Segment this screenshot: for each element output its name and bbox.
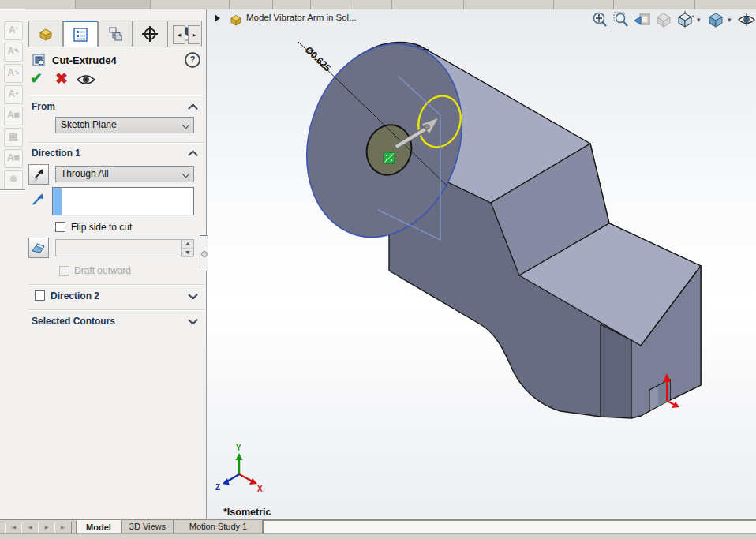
spin-down-icon[interactable] <box>182 249 193 257</box>
tab-bar-filler <box>263 520 756 534</box>
tab-scroll-left-icon[interactable]: ◂ <box>173 25 185 44</box>
view-orientation-label: *Isometric <box>223 507 271 518</box>
status-bar <box>0 533 756 539</box>
spin-up-icon[interactable] <box>182 240 193 249</box>
part-icon <box>37 25 54 43</box>
preview-eye-icon[interactable] <box>76 73 96 86</box>
part-block-front-face[interactable] <box>601 324 631 418</box>
active-selection-strip <box>53 188 62 215</box>
cut-extrude-icon <box>32 52 47 68</box>
cancel-button[interactable]: ✖ <box>55 69 68 88</box>
tab-prev-button[interactable]: ◀ <box>21 522 39 534</box>
reverse-direction-icon <box>32 167 46 182</box>
ok-button[interactable]: ✔ <box>30 69 43 88</box>
print-note-tool-icon[interactable]: ▤ <box>4 128 23 147</box>
direction-selection-box[interactable] <box>52 187 194 215</box>
configuration-manager-icon <box>107 25 124 43</box>
pm-tab-configuration-manager[interactable] <box>98 21 133 47</box>
tab-last-button[interactable]: ▶| <box>54 522 72 534</box>
leader-note-tool-icon[interactable]: A↘ <box>4 64 23 83</box>
property-manager-icon <box>72 26 89 43</box>
from-section-label: From <box>32 101 55 112</box>
triad-y-label: Y <box>236 444 241 452</box>
tab-motion-study[interactable]: Motion Study 1 <box>174 520 263 534</box>
tab-3d-views[interactable]: 3D Views <box>122 520 174 534</box>
help-icon[interactable]: ? <box>185 52 200 68</box>
feature-title: Cut-Extrude4 <box>52 54 117 66</box>
spinner-buttons[interactable] <box>181 240 193 256</box>
triad-x-label: X <box>257 485 263 493</box>
draft-angle-stepper[interactable] <box>55 239 194 256</box>
from-dropdown-value: Sketch Plane <box>61 119 117 130</box>
draft-outward-label: Draft outward <box>74 265 131 276</box>
draft-button[interactable] <box>28 238 49 258</box>
tab-model[interactable]: Model <box>76 520 122 534</box>
pm-tab-feature-manager[interactable] <box>28 21 63 47</box>
dimension-label[interactable]: Ø0.625 <box>303 44 333 74</box>
chain-tool-icon[interactable]: ※ <box>4 170 23 189</box>
tab-scroll-right-icon[interactable]: ▸ <box>188 25 200 44</box>
direction1-section-label: Direction 1 <box>32 148 80 159</box>
direction2-checkbox[interactable] <box>35 290 45 301</box>
pm-tab-dimxpert-manager[interactable] <box>133 21 167 47</box>
draft-icon <box>31 241 47 254</box>
pm-tab-property-manager[interactable] <box>63 21 98 47</box>
draft-outward-checkbox[interactable] <box>59 266 69 276</box>
model-canvas[interactable]: Ø0.625 <box>207 9 756 519</box>
triad-z-label: Z <box>215 483 220 492</box>
sketch-point-handle[interactable] <box>384 152 395 163</box>
selected-contours-label: Selected Contours <box>32 316 115 327</box>
toolbar-divider <box>0 189 25 191</box>
note-tool-icon[interactable]: A° <box>4 21 23 40</box>
direction2-section-label: Direction 2 <box>51 290 99 301</box>
tab-first-button[interactable]: |◀ <box>5 522 22 534</box>
end-condition-value: Through All <box>61 168 109 179</box>
bottom-tab-bar: |◀ ◀ ▶ ▶| Model 3D Views Motion Study 1 <box>0 519 756 533</box>
property-manager-panel <box>25 9 207 519</box>
balloon-tool-icon[interactable]: A▦ <box>4 107 23 125</box>
tab-next-button[interactable]: ▶ <box>38 522 55 534</box>
edit-note-tool-icon[interactable]: A✎ <box>4 43 23 62</box>
reverse-direction-button[interactable] <box>28 164 49 185</box>
from-dropdown[interactable]: Sketch Plane <box>55 117 194 133</box>
extrude-direction-icon <box>30 192 46 208</box>
flip-side-checkbox[interactable] <box>55 222 65 232</box>
annotation-toolbar: A° A✎ A↘ A+ A▦ ▤ A▩ ※ <box>0 10 25 519</box>
stamp-tool-icon[interactable]: A▩ <box>4 149 23 168</box>
chevron-down-icon <box>182 122 190 129</box>
add-note-tool-icon[interactable]: A+ <box>4 85 23 104</box>
dimxpert-target-icon <box>141 25 159 43</box>
end-condition-dropdown[interactable]: Through All <box>55 166 194 182</box>
splitter-handle-icon[interactable] <box>201 251 208 257</box>
flip-side-label: Flip side to cut <box>71 222 132 233</box>
chevron-down-icon <box>182 170 190 178</box>
reference-triad: Y X Z <box>215 444 263 493</box>
graphics-viewport[interactable]: Model Vibrator Arm in Sol... <box>207 9 756 519</box>
